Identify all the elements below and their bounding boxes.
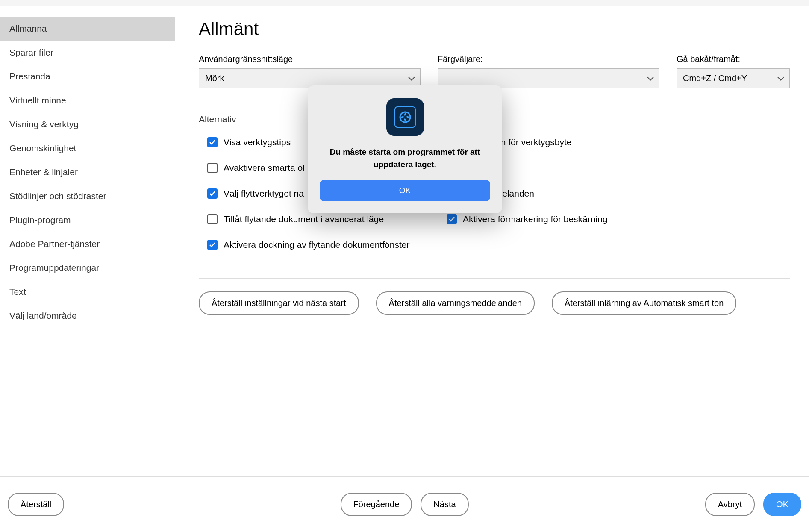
sidebar-item-guides-grid[interactable]: Stödlinjer och stödraster bbox=[0, 184, 175, 208]
checkbox[interactable] bbox=[207, 240, 218, 250]
select-row: Användargränssnittsläge: Mörk Färgväljar… bbox=[199, 54, 790, 88]
sidebar-item-scratch-disks[interactable]: Virtuellt minne bbox=[0, 88, 175, 112]
svg-rect-0 bbox=[395, 107, 415, 127]
checkbox[interactable] bbox=[207, 137, 218, 147]
undo-group: Gå bakåt/framåt: Cmd+Z / Cmd+Y bbox=[677, 54, 790, 88]
option-label: Aktivera förmarkering för beskärning bbox=[463, 214, 607, 224]
option-allow-floating[interactable]: Tillåt flytande dokument i avancerat läg… bbox=[207, 214, 421, 224]
option-label: Välj flyttverktyget nä bbox=[224, 188, 304, 199]
chevron-down-icon bbox=[777, 73, 784, 83]
undo-select[interactable]: Cmd+Z / Cmd+Y bbox=[677, 68, 790, 88]
sidebar-item-performance[interactable]: Prestanda bbox=[0, 65, 175, 88]
option-label: Tillåt flytande dokument i avancerat läg… bbox=[224, 214, 384, 224]
option-label: Avaktivera smarta ol bbox=[224, 163, 305, 173]
nav-buttons: Föregående Nästa bbox=[340, 493, 468, 516]
reset-prefs-button[interactable]: Återställ inställningar vid nästa start bbox=[199, 291, 359, 315]
sidebar-item-general[interactable]: Allmänna bbox=[0, 17, 175, 41]
checkbox[interactable] bbox=[207, 163, 218, 173]
reset-warnings-button[interactable]: Återställ alla varningsmeddelanden bbox=[376, 291, 535, 315]
sidebar-item-type[interactable]: Text bbox=[0, 280, 175, 304]
next-button[interactable]: Nästa bbox=[421, 493, 468, 516]
ok-button[interactable]: OK bbox=[763, 493, 801, 516]
page-title: Allmänt bbox=[199, 19, 790, 39]
reset-button[interactable]: Återställ bbox=[8, 493, 64, 516]
main-panel: Allmänt Användargränssnittsläge: Mörk Fä… bbox=[177, 6, 809, 476]
restart-modal: Du måste starta om programmet för att up… bbox=[308, 85, 502, 213]
app-icon bbox=[386, 98, 424, 136]
option-label: Visa verktygstips bbox=[224, 137, 291, 147]
checkbox[interactable] bbox=[447, 214, 457, 224]
option-enable-docking[interactable]: Aktivera dockning av flytande dokumentfö… bbox=[207, 240, 421, 250]
modal-ok-button[interactable]: OK bbox=[320, 180, 490, 201]
color-picker-label: Färgväljare: bbox=[438, 54, 659, 64]
sidebar-item-display-cursors[interactable]: Visning & verktyg bbox=[0, 112, 175, 136]
sidebar-item-saving-files[interactable]: Sparar filer bbox=[0, 41, 175, 65]
divider bbox=[199, 278, 790, 279]
option-label: Aktivera dockning av flytande dokumentfö… bbox=[224, 240, 409, 250]
sidebar-item-app-updates[interactable]: Programuppdateringar bbox=[0, 256, 175, 280]
modal-message: Du måste starta om programmet för att up… bbox=[320, 146, 490, 170]
ui-mode-label: Användargränssnittsläge: bbox=[199, 54, 421, 64]
chevron-down-icon bbox=[647, 73, 654, 83]
sidebar-item-transparency[interactable]: Genomskinlighet bbox=[0, 136, 175, 160]
sidebar-item-plugins[interactable]: Plugin-program bbox=[0, 208, 175, 232]
sidebar-item-country-region[interactable]: Välj land/område bbox=[0, 304, 175, 328]
checkbox[interactable] bbox=[207, 214, 218, 224]
reset-row: Återställ inställningar vid nästa start … bbox=[199, 291, 790, 315]
cancel-button[interactable]: Avbryt bbox=[705, 493, 755, 516]
option-precrop[interactable]: Aktivera förmarkering för beskärning bbox=[447, 214, 607, 224]
color-picker-group: Färgväljare: bbox=[438, 54, 659, 88]
chevron-down-icon bbox=[408, 73, 415, 83]
sidebar: Allmänna Sparar filer Prestanda Virtuell… bbox=[0, 6, 175, 476]
ui-mode-value: Mörk bbox=[205, 73, 224, 83]
undo-value: Cmd+Z / Cmd+Y bbox=[683, 73, 747, 83]
sidebar-item-adobe-partner[interactable]: Adobe Partner-tjänster bbox=[0, 232, 175, 256]
checkbox[interactable] bbox=[207, 188, 218, 199]
bottom-bar: Återställ Föregående Nästa Avbryt OK bbox=[0, 476, 809, 532]
ui-mode-group: Användargränssnittsläge: Mörk bbox=[199, 54, 421, 88]
sidebar-item-units-rulers[interactable]: Enheter & linjaler bbox=[0, 160, 175, 184]
undo-label: Gå bakåt/framåt: bbox=[677, 54, 790, 64]
prev-button[interactable]: Föregående bbox=[340, 493, 412, 516]
reset-autotone-button[interactable]: Återställ inlärning av Automatisk smart … bbox=[552, 291, 736, 315]
window-titlebar bbox=[0, 0, 809, 6]
main-container: Allmänna Sparar filer Prestanda Virtuell… bbox=[0, 6, 809, 476]
